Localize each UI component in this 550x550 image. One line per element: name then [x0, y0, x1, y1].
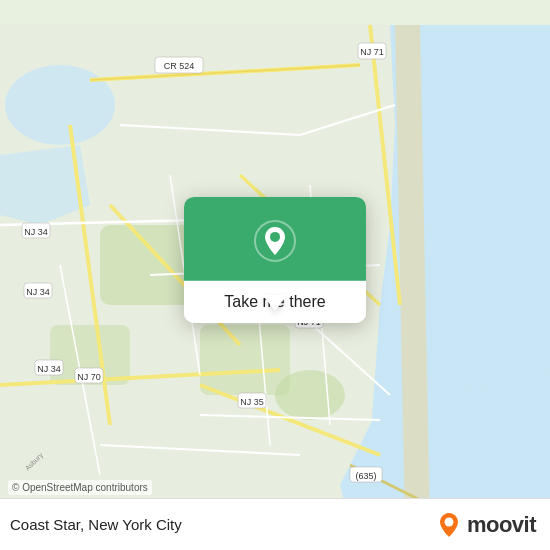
moovit-pin-icon — [435, 511, 463, 539]
svg-point-53 — [444, 517, 453, 526]
location-label: Coast Star, New York City — [10, 516, 182, 533]
location-info: Coast Star, New York City — [10, 516, 182, 533]
svg-text:NJ 34: NJ 34 — [26, 287, 50, 297]
svg-text:CR 524: CR 524 — [164, 61, 195, 71]
svg-point-52 — [270, 232, 280, 242]
location-pin-icon — [253, 219, 297, 263]
svg-text:(635): (635) — [355, 471, 376, 481]
svg-rect-6 — [200, 325, 290, 395]
moovit-logo: moovit — [435, 511, 536, 539]
svg-point-7 — [275, 370, 345, 420]
bottom-bar: Coast Star, New York City moovit — [0, 498, 550, 550]
svg-text:NJ 71: NJ 71 — [360, 47, 384, 57]
svg-text:NJ 34: NJ 34 — [24, 227, 48, 237]
copyright-text: © OpenStreetMap contributors — [8, 480, 152, 495]
popup-green-header — [184, 197, 366, 281]
svg-text:NJ 70: NJ 70 — [77, 372, 101, 382]
svg-text:NJ 34: NJ 34 — [37, 364, 61, 374]
svg-text:NJ 35: NJ 35 — [240, 397, 264, 407]
moovit-brand-text: moovit — [467, 512, 536, 538]
popup-pointer — [263, 295, 287, 311]
map-container: CR 524 NJ 71 NJ 34 NJ 34 NJ 34 NJ NJ 71 … — [0, 0, 550, 550]
svg-point-2 — [5, 65, 115, 145]
